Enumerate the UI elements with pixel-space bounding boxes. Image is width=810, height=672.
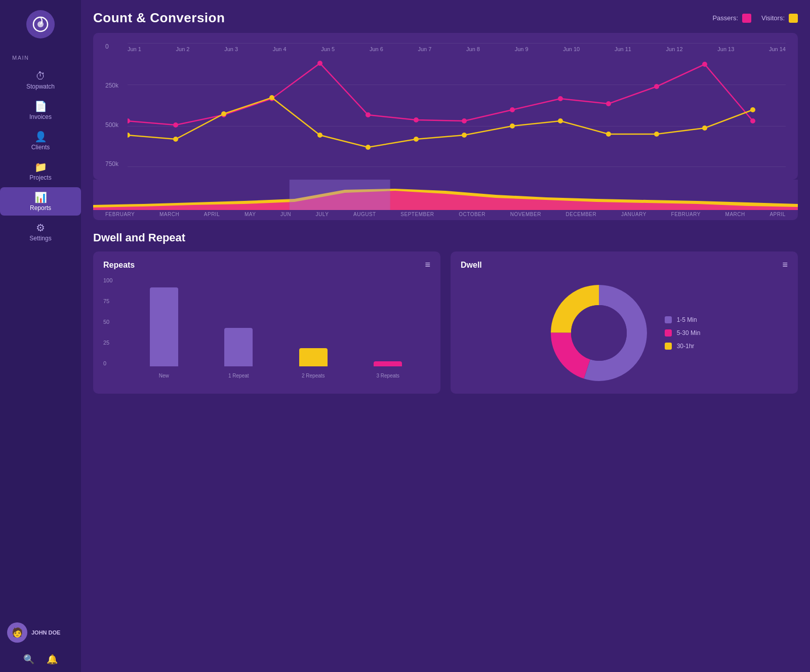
y-label-500k: 500k <box>105 121 128 129</box>
visitors-label: Visitors: <box>761 14 785 22</box>
user-name: JOHN DOE <box>31 629 60 636</box>
legend: Passers: Visitors: <box>712 14 798 23</box>
y-label-250k: 250k <box>105 82 128 89</box>
dwell-panels: Repeats ≡ 0 25 50 75 100 <box>93 251 798 394</box>
sidebar: MAIN ⏱ Stopwatch 📄 Invoices 👤 Clients 📁 … <box>0 0 81 672</box>
chart-y-labels: 750k 500k 250k 0 <box>105 43 128 180</box>
dwell-section-title: Dwell and Repeat <box>93 231 798 244</box>
main-content: Count & Conversion Passers: Visitors: 75… <box>81 0 810 672</box>
passers-color-dot <box>742 14 751 23</box>
bar-new <box>150 287 178 366</box>
legend-1-5-min: 1-5 Min <box>665 316 701 323</box>
chart-area: 750k 500k 250k 0 <box>105 43 786 180</box>
svg-point-10 <box>510 107 515 112</box>
bar-chart-y: 0 25 50 75 100 <box>103 277 122 379</box>
projects-icon: 📁 <box>34 162 47 172</box>
sidebar-item-stopwatch[interactable]: ⏱ Stopwatch <box>0 66 81 94</box>
timeline-panel[interactable]: FEBRUARY MARCH APRIL MAY JUN JULY AUGUST… <box>93 180 798 220</box>
chart-svg <box>128 43 796 167</box>
sidebar-item-invoices[interactable]: 📄 Invoices <box>0 96 81 124</box>
svg-point-11 <box>558 96 563 101</box>
svg-point-9 <box>462 118 467 123</box>
sidebar-item-clients[interactable]: 👤 Clients <box>0 127 81 155</box>
svg-point-25 <box>558 118 563 123</box>
dwell-menu-icon[interactable]: ≡ <box>782 260 788 270</box>
svg-point-13 <box>654 84 659 89</box>
legend-passers: Passers: <box>712 14 751 23</box>
bar-new-rect <box>150 287 178 366</box>
svg-point-24 <box>510 123 515 129</box>
svg-point-17 <box>173 137 178 142</box>
svg-point-21 <box>366 145 371 150</box>
svg-point-3 <box>173 122 178 128</box>
legend-visitors: Visitors: <box>761 14 798 23</box>
dwell-header: Dwell ≡ <box>461 260 788 270</box>
donut-svg <box>548 282 650 384</box>
repeats-title: Repeats <box>103 261 135 270</box>
bar-1repeat <box>224 328 253 366</box>
svg-point-19 <box>269 95 274 100</box>
bar-2repeats-rect <box>299 348 328 366</box>
legend-dot-5-30-min <box>665 329 672 337</box>
visitors-color-dot <box>789 14 798 23</box>
bar-x-labels: New 1 Repeat 2 Repeats 3 Repeats <box>122 373 430 379</box>
svg-point-15 <box>750 118 755 123</box>
legend-dot-1-5-min <box>665 316 672 323</box>
y-label-750k: 750k <box>105 160 128 167</box>
sidebar-item-settings[interactable]: ⚙ Settings <box>0 218 81 246</box>
legend-label-30-1hr: 30-1hr <box>677 343 695 350</box>
svg-point-22 <box>414 137 419 142</box>
dwell-card: Dwell ≡ <box>451 251 798 394</box>
passers-label: Passers: <box>712 14 738 22</box>
sidebar-item-label-clients: Clients <box>31 144 50 151</box>
legend-5-30-min: 5-30 Min <box>665 329 701 337</box>
user-profile[interactable]: 🧑 JOHN DOE <box>0 617 81 648</box>
repeats-card: Repeats ≡ 0 25 50 75 100 <box>93 251 440 394</box>
sidebar-bottom-bar: 🔍 🔔 <box>0 648 81 667</box>
svg-point-29 <box>750 107 755 112</box>
svg-point-23 <box>462 133 467 138</box>
sidebar-item-label-reports: Reports <box>30 204 51 212</box>
svg-point-16 <box>128 133 130 138</box>
timeline-svg <box>93 180 798 210</box>
stopwatch-icon: ⏱ <box>35 71 46 81</box>
sidebar-item-label-invoices: Invoices <box>29 113 52 120</box>
donut-legend: 1-5 Min 5-30 Min 30-1hr <box>665 316 701 350</box>
invoices-icon: 📄 <box>34 101 47 111</box>
page-title: Count & Conversion <box>93 10 225 26</box>
svg-rect-32 <box>290 180 390 210</box>
svg-point-28 <box>702 125 707 131</box>
svg-point-7 <box>366 112 371 117</box>
svg-point-2 <box>128 118 130 123</box>
svg-point-18 <box>221 111 226 116</box>
repeats-menu-icon[interactable]: ≡ <box>425 260 430 270</box>
bar-1repeat-rect <box>224 328 253 366</box>
sidebar-section-label: MAIN <box>0 55 81 61</box>
reports-icon: 📊 <box>34 192 47 202</box>
topbar: Count & Conversion Passers: Visitors: <box>93 10 798 26</box>
svg-point-37 <box>571 305 627 361</box>
donut-chart-container: 1-5 Min 5-30 Min 30-1hr <box>461 277 788 384</box>
svg-point-26 <box>606 132 611 137</box>
bell-icon[interactable]: 🔔 <box>47 654 58 665</box>
bar-2repeats <box>299 348 328 366</box>
timeline-months: FEBRUARY MARCH APRIL MAY JUN JULY AUGUST… <box>93 209 798 217</box>
sidebar-item-reports[interactable]: 📊 Reports <box>0 187 81 216</box>
dwell-repeat-section: Dwell and Repeat Repeats ≡ 0 25 50 <box>93 231 798 394</box>
svg-point-20 <box>317 133 322 138</box>
sidebar-item-projects[interactable]: 📁 Projects <box>0 157 81 185</box>
dwell-title-label: Dwell <box>461 261 482 270</box>
legend-label-5-30-min: 5-30 Min <box>677 329 701 337</box>
sidebar-item-label-stopwatch: Stopwatch <box>26 83 55 90</box>
bar-chart-area <box>122 277 430 366</box>
legend-dot-30-1hr <box>665 343 672 350</box>
svg-point-12 <box>606 101 611 106</box>
search-icon[interactable]: 🔍 <box>23 654 34 665</box>
svg-point-8 <box>414 117 419 122</box>
svg-point-14 <box>702 62 707 67</box>
y-label-0: 0 <box>105 43 128 50</box>
clients-icon: 👤 <box>34 132 47 142</box>
legend-30-1hr: 30-1hr <box>665 343 701 350</box>
sidebar-item-label-settings: Settings <box>29 235 51 242</box>
chart-panel: 750k 500k 250k 0 <box>93 33 798 180</box>
